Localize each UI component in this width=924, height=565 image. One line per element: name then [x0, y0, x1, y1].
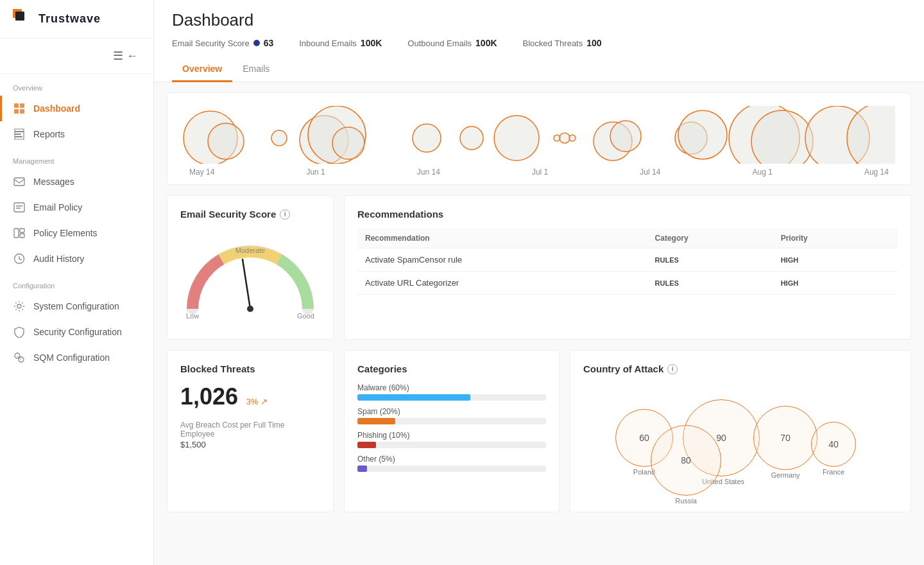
rec-row: Activate SpamCensor rule RULES HIGH — [357, 248, 898, 272]
blocked-threats-card-title: Blocked Threats — [180, 363, 320, 374]
stat-blocked-threats: Blocked Threats 100 — [523, 38, 602, 48]
recommendations-card-title: Recommendations — [357, 209, 898, 220]
sidebar-item-system-config-label: System Configuration — [33, 301, 119, 311]
rec-cell-spacer — [882, 248, 898, 272]
svg-point-25 — [271, 130, 287, 146]
gauge-good-label: Good — [297, 312, 314, 320]
svg-point-38 — [678, 110, 727, 159]
bubble-chart: 60Poland90United States70Germany80Russia… — [583, 383, 898, 499]
stat-email-security-score: Email Security Score 63 — [172, 38, 273, 48]
category-bar-track — [357, 418, 546, 424]
rec-cell-category: RULES — [647, 272, 773, 295]
stat-inbound-emails: Inbound Emails 100K — [299, 38, 382, 48]
email-security-score-value: 63 — [264, 38, 274, 48]
svg-point-36 — [610, 121, 641, 152]
stats-bar: Email Security Score 63 Inbound Emails 1… — [172, 38, 906, 48]
sidebar-item-dashboard[interactable]: Dashboard — [0, 96, 153, 121]
category-bar-item: Phishing (10%) — [357, 431, 546, 448]
svg-rect-3 — [20, 103, 24, 108]
configuration-section-label: Configuration — [0, 272, 153, 293]
rec-cell-priority: HIGH — [773, 248, 882, 272]
sidebar-item-system-config[interactable]: System Configuration — [0, 293, 153, 319]
category-bar-item: Other (5%) — [357, 455, 546, 472]
trustwave-logo-icon — [13, 9, 33, 30]
outbound-emails-value: 100K — [475, 38, 497, 48]
system-config-icon — [13, 300, 26, 313]
category-bar-item: Malware (60%) — [357, 383, 546, 401]
blocked-threats-label: Blocked Threats — [523, 39, 583, 48]
hamburger-area: ☰ ← — [0, 39, 153, 74]
hamburger-button[interactable]: ☰ ← — [110, 46, 141, 65]
country-of-attack-card: Country of Attack i 60Poland90United Sta… — [570, 350, 911, 512]
svg-rect-2 — [14, 103, 19, 108]
category-bar-fill — [357, 418, 395, 424]
svg-line-43 — [243, 259, 250, 309]
audit-history-icon — [13, 252, 26, 265]
messages-icon — [13, 175, 26, 188]
svg-point-33 — [560, 133, 570, 143]
sidebar-item-messages[interactable]: Messages — [0, 169, 153, 195]
rec-col-category: Category — [647, 229, 773, 248]
svg-point-19 — [17, 304, 21, 308]
svg-rect-6 — [15, 131, 24, 132]
blocked-threats-value: 100 — [586, 38, 601, 48]
email-security-score-info-icon[interactable]: i — [280, 209, 290, 220]
svg-rect-14 — [20, 229, 24, 232]
svg-point-29 — [413, 124, 441, 152]
tabs-row: Overview Emails — [172, 57, 906, 82]
category-bar-fill — [357, 442, 376, 448]
country-bubble: 80 — [651, 425, 721, 496]
sidebar-item-policy-elements[interactable]: Policy Elements — [0, 220, 153, 246]
svg-text:Moderate: Moderate — [235, 247, 265, 254]
rec-col-recommendation: Recommendation — [357, 229, 647, 248]
sidebar-item-security-config[interactable]: Security Configuration — [0, 319, 153, 345]
blocked-threats-value: 1,026 — [180, 383, 238, 410]
timeline-label-4: Jul 14 — [640, 168, 660, 177]
category-bar-label: Malware (60%) — [357, 383, 546, 392]
cards-row-top: Email Security Score i — [167, 195, 911, 340]
country-info-icon[interactable]: i — [667, 364, 678, 374]
policy-elements-icon — [13, 227, 26, 239]
svg-rect-12 — [16, 208, 21, 209]
rec-col-priority: Priority — [773, 229, 882, 248]
sidebar-item-email-policy[interactable]: Email Policy — [0, 195, 153, 220]
sidebar-item-sqm-config[interactable]: SQM Configuration — [0, 345, 153, 370]
timeline-label-6: Aug 14 — [864, 168, 889, 177]
category-bar-track — [357, 394, 546, 401]
svg-rect-13 — [14, 229, 19, 238]
category-bar-label: Spam (20%) — [357, 407, 546, 416]
main-content: Dashboard Email Security Score 63 Inboun… — [154, 0, 924, 565]
reports-icon — [13, 128, 26, 141]
categories-card-title: Categories — [357, 363, 546, 374]
rec-row: Activate URL Categorizer RULES HIGH — [357, 272, 898, 295]
tab-emails[interactable]: Emails — [232, 57, 280, 82]
svg-point-30 — [460, 126, 483, 150]
country-card-title: Country of Attack i — [583, 363, 898, 374]
sidebar-item-audit-history-label: Audit History — [33, 254, 84, 264]
sidebar-item-sqm-config-label: SQM Configuration — [33, 352, 110, 363]
gauge-labels: Low Good — [186, 312, 314, 320]
rec-cell-priority: HIGH — [773, 272, 882, 295]
sidebar-item-reports[interactable]: Reports — [0, 121, 153, 147]
recommendations-table: Recommendation Category Priority Activat… — [357, 229, 898, 295]
timeline-label-2: Jun 14 — [417, 168, 440, 177]
recommendations-card: Recommendations Recommendation Category … — [344, 195, 911, 340]
sqm-config-icon — [13, 351, 26, 364]
score-dot — [253, 40, 260, 46]
svg-line-22 — [17, 356, 21, 360]
sidebar-item-audit-history[interactable]: Audit History — [0, 246, 153, 272]
sidebar: Trustwave ☰ ← Overview Dashboard Reports — [0, 0, 154, 565]
categories-bar-row: Malware (60%) Spam (20%) Phishing (10%) … — [357, 383, 546, 472]
timeline-label-1: Jun 1 — [306, 168, 325, 177]
sidebar-item-policy-elements-label: Policy Elements — [33, 228, 98, 238]
category-bar-label: Other (5%) — [357, 455, 546, 464]
email-security-score-label: Email Security Score — [172, 39, 250, 48]
svg-point-34 — [569, 135, 576, 141]
svg-rect-7 — [15, 134, 21, 135]
tab-overview[interactable]: Overview — [172, 57, 232, 82]
rec-cell-spacer — [882, 272, 898, 295]
avg-breach-value: $1,500 — [180, 440, 320, 449]
gauge-low-label: Low — [186, 312, 199, 320]
svg-rect-9 — [14, 178, 24, 186]
rec-cell-recommendation: Activate URL Categorizer — [357, 272, 647, 295]
